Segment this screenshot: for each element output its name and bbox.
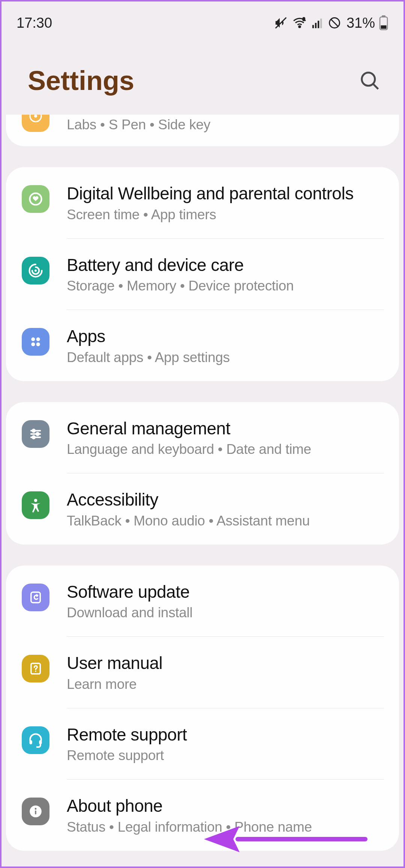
svg-point-17 [34, 269, 37, 272]
item-title: Apps [67, 326, 384, 347]
svg-line-8 [331, 19, 338, 27]
device-care-icon [22, 257, 50, 284]
item-subtitle: Download and install [67, 605, 384, 621]
item-subtitle: Default apps • App settings [67, 350, 384, 365]
item-subtitle: Storage • Memory • Device protection [67, 278, 384, 294]
settings-item-general[interactable]: General management Language and keyboard… [6, 402, 399, 473]
svg-rect-4 [315, 23, 316, 28]
item-title: User manual [67, 652, 384, 674]
signal-icon [311, 16, 324, 29]
svg-rect-11 [381, 25, 387, 29]
app-header: Settings [2, 39, 404, 118]
item-subtitle: Learn more [67, 676, 384, 692]
general-icon [22, 420, 50, 448]
svg-point-35 [35, 808, 37, 810]
settings-item-accessibility[interactable]: Accessibility TalkBack • Mono audio • As… [6, 473, 399, 545]
svg-point-15 [34, 115, 37, 118]
settings-item-manual[interactable]: User manual Learn more [6, 637, 399, 708]
item-title: Remote support [67, 724, 384, 746]
status-right: 6 31% [274, 15, 388, 31]
apps-icon [22, 328, 50, 356]
svg-point-23 [32, 429, 35, 432]
item-title: Battery and device care [67, 254, 384, 276]
svg-point-28 [34, 499, 37, 502]
settings-item-about[interactable]: About phone Status • Legal information •… [6, 780, 399, 851]
svg-rect-36 [35, 810, 36, 814]
page-title: Settings [28, 65, 134, 96]
svg-point-27 [32, 436, 35, 438]
status-bar: 17:30 6 31% [2, 1, 404, 39]
settings-group-advanced: Labs • S Pen • Side key [6, 115, 399, 146]
search-button[interactable] [358, 69, 381, 92]
svg-rect-5 [318, 21, 319, 28]
about-icon [22, 798, 50, 825]
manual-icon [22, 655, 50, 682]
item-title: Software update [67, 581, 384, 603]
item-title: Digital Wellbeing and parental controls [67, 183, 384, 205]
settings-item-battery[interactable]: Battery and device care Storage • Memory… [6, 239, 399, 310]
advanced-icon [22, 115, 50, 132]
wifi-icon: 6 [292, 16, 308, 30]
svg-point-20 [31, 343, 35, 346]
svg-rect-29 [31, 592, 40, 603]
settings-item-update[interactable]: Software update Download and install [6, 566, 399, 637]
svg-rect-33 [39, 740, 42, 744]
item-subtitle: Remote support [67, 748, 384, 763]
settings-group-about: Software update Download and install Use… [6, 566, 399, 851]
item-subtitle: TalkBack • Mono audio • Assistant menu [67, 513, 384, 529]
settings-group-general: General management Language and keyboard… [6, 402, 399, 545]
settings-item-remote[interactable]: Remote support Remote support [6, 708, 399, 780]
settings-item-wellbeing[interactable]: Digital Wellbeing and parental controls … [6, 167, 399, 238]
battery-percent: 31% [346, 15, 375, 31]
mute-vibrate-icon [274, 16, 288, 30]
svg-point-19 [36, 337, 40, 341]
update-icon [22, 584, 50, 611]
item-title: About phone [67, 795, 384, 817]
status-time: 17:30 [16, 15, 52, 31]
svg-rect-3 [312, 25, 314, 28]
settings-list: Labs • S Pen • Side key Digital Wellbein… [2, 115, 404, 851]
item-subtitle: Labs • S Pen • Side key [67, 117, 384, 133]
search-icon [358, 69, 381, 92]
svg-point-1 [299, 26, 300, 27]
settings-item-apps[interactable]: Apps Default apps • App settings [6, 310, 399, 381]
remote-support-icon [22, 726, 50, 754]
item-subtitle: Language and keyboard • Date and time [67, 441, 384, 457]
wellbeing-icon [22, 185, 50, 213]
battery-icon [379, 15, 388, 30]
item-title: Accessibility [67, 489, 384, 511]
svg-point-25 [36, 433, 39, 435]
accessibility-icon [22, 491, 50, 519]
svg-point-12 [362, 73, 375, 86]
svg-line-13 [373, 84, 378, 89]
svg-point-18 [31, 337, 35, 341]
svg-point-31 [35, 670, 36, 672]
svg-text:6: 6 [303, 17, 305, 21]
item-subtitle: Screen time • App timers [67, 207, 384, 223]
settings-group-system: Digital Wellbeing and parental controls … [6, 167, 399, 381]
svg-rect-6 [320, 19, 322, 28]
svg-point-21 [36, 343, 40, 346]
no-entry-icon [328, 16, 341, 30]
svg-rect-32 [30, 740, 32, 744]
item-title: General management [67, 418, 384, 440]
item-subtitle: Status • Legal information • Phone name [67, 819, 384, 835]
settings-item-advanced[interactable]: Labs • S Pen • Side key [6, 115, 399, 146]
